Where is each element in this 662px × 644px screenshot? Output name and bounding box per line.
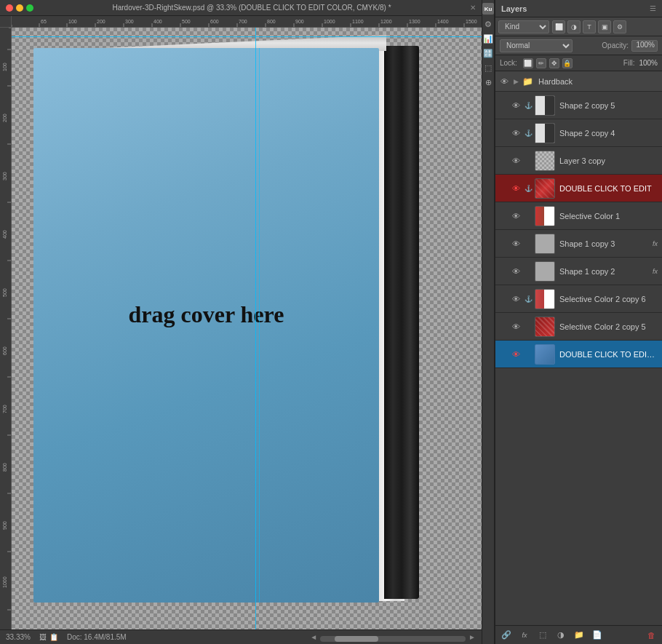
layer-name-shape2copy5: Shape 2 copy 5 <box>559 101 659 110</box>
fx-badge-shape1copy3: fx <box>653 240 658 247</box>
new-layer-btn[interactable]: 📄 <box>589 629 605 642</box>
scroll-right-btn[interactable]: ► <box>468 633 476 642</box>
layer-thumb-shape2copy4 <box>535 123 555 143</box>
layer-row[interactable]: 👁 ⚓ Layer 3 copy <box>495 147 662 175</box>
add-style-btn[interactable]: fx <box>517 629 533 642</box>
delete-layer-btn[interactable]: 🗑 <box>643 629 659 642</box>
layer-thumb-dblclick1 <box>535 178 555 199</box>
layer-link-shape2copy5: ⚓ <box>524 100 533 111</box>
fill-label: Fill: <box>623 59 635 67</box>
side-icon-4[interactable]: ⬚ <box>483 63 493 73</box>
lock-fill-row: Lock: ⬜ ✏ ✥ 🔒 Fill: 100% <box>495 55 662 71</box>
close-button[interactable] <box>6 4 13 12</box>
side-icon-1[interactable]: ⚙ <box>483 19 493 29</box>
type-filter-btn[interactable]: T <box>583 20 596 33</box>
svg-text:600: 600 <box>210 19 219 24</box>
add-mask-btn[interactable]: ⬚ <box>535 629 551 642</box>
lock-transparent-btn[interactable]: ⬜ <box>523 58 533 68</box>
layer-name-shape1copy3: Shape 1 copy 3 <box>559 239 650 248</box>
layer-row[interactable]: 👁 ⚓ Selective Color 2 copy 5 <box>495 313 662 341</box>
kind-select[interactable]: Kind <box>498 20 549 33</box>
lock-all-btn[interactable]: 🔒 <box>562 58 573 68</box>
maximize-button[interactable] <box>26 4 33 12</box>
svg-text:65: 65 <box>41 19 47 24</box>
panel-title: Layers <box>501 4 527 13</box>
layer-eye-shape2copy4[interactable]: 👁 <box>510 127 522 139</box>
canvas-viewport[interactable]: drag cover here <box>12 28 482 629</box>
layer-row[interactable]: 👁 ⚓ Selective Color 2 copy 6 <box>495 285 662 313</box>
svg-text:1500: 1500 <box>466 19 477 24</box>
layer-row[interactable]: 👁 ⚓ Shape 2 copy 4 <box>495 119 662 147</box>
smart-filter-btn[interactable]: ⚙ <box>613 20 626 33</box>
svg-text:1200: 1200 <box>380 19 392 24</box>
canvas-area: Hardover-3D-RightSkew.psd @ 33.3% (DOUBL… <box>0 0 482 644</box>
layer-name-selcol2copy6: Selective Color 2 copy 6 <box>559 295 659 303</box>
svg-text:700: 700 <box>239 19 247 24</box>
svg-text:900: 900 <box>2 521 7 530</box>
adjustment-filter-btn[interactable]: ◑ <box>567 20 581 33</box>
kind-icons: ⬜ ◑ T ▣ ⚙ <box>552 20 626 33</box>
scrollbar-h[interactable] <box>320 636 466 642</box>
svg-text:700: 700 <box>2 405 7 413</box>
layer-eye-dblclick1[interactable]: 👁 <box>510 183 522 194</box>
side-icon-2[interactable]: 📊 <box>483 33 493 44</box>
link-layers-btn[interactable]: 🔗 <box>498 629 514 642</box>
scrollbar-thumb <box>335 636 378 642</box>
minimize-button[interactable] <box>16 4 23 12</box>
add-adjustment-btn[interactable]: ◑ <box>553 629 569 642</box>
layer-link-dblclick1: ⚓ <box>524 183 533 194</box>
side-icon-3[interactable]: 🔠 <box>483 48 493 58</box>
status-bar: 33.33% 🖼 📋 Doc: 16.4M/81.5M ◄ ► <box>0 629 482 644</box>
layer-eye-layer3copy[interactable]: 👁 <box>510 155 522 167</box>
layer-eye-selcol2copy5[interactable]: 👁 <box>510 321 522 333</box>
layer-eye-shape1copy3[interactable]: 👁 <box>510 238 522 250</box>
panel-menu-btn[interactable]: ☰ <box>650 4 656 12</box>
window-controls <box>6 4 33 12</box>
cc-icon[interactable]: Ku <box>482 3 494 15</box>
ruler-corner <box>0 16 12 28</box>
svg-text:1300: 1300 <box>409 19 420 24</box>
svg-text:100: 100 <box>2 63 7 71</box>
layers-list[interactable]: 👁 ▶ 📁 Hardback 👁 ⚓ Shape 2 copy 5 👁 ⚓ Sh… <box>495 71 662 625</box>
shape-filter-btn[interactable]: ▣ <box>598 20 611 33</box>
document-title: Hardover-3D-RightSkew.psd @ 33.3% (DOUBL… <box>39 4 464 12</box>
pixel-filter-btn[interactable]: ⬜ <box>552 20 565 33</box>
group-arrow-icon: ▶ <box>514 78 519 85</box>
layer-eye-selcol2copy6[interactable]: 👁 <box>510 293 522 305</box>
layer-thumb-selcol2copy6 <box>535 289 555 309</box>
layer-name-dblclick1: DOUBLE CLICK TO EDIT <box>559 184 659 193</box>
layer-thumb-shape1copy3 <box>535 234 555 254</box>
layer-row-dblclick1[interactable]: 👁 ⚓ DOUBLE CLICK TO EDIT <box>495 175 662 202</box>
layer-row[interactable]: 👁 ⚓ Selective Color 1 <box>495 202 662 230</box>
svg-text:1000: 1000 <box>324 19 335 24</box>
layer-row[interactable]: 👁 ⚓ Shape 1 copy 2 fx <box>495 258 662 285</box>
fx-badge-shape1copy2: fx <box>653 268 658 275</box>
layer-thumb-selcol2copy5 <box>535 317 555 337</box>
group-eye-icon[interactable]: 👁 <box>498 76 510 87</box>
svg-text:1100: 1100 <box>352 19 364 24</box>
svg-text:500: 500 <box>2 288 7 297</box>
layer-group-header[interactable]: 👁 ▶ 📁 Hardback <box>495 71 662 92</box>
layer-name-dblclick2: DOUBLE CLICK TO EDIT COL... <box>559 350 659 359</box>
new-group-btn[interactable]: 📁 <box>571 629 587 642</box>
fill-value: 100% <box>639 59 658 67</box>
layer-row[interactable]: 👁 ⚓ Shape 2 copy 5 <box>495 92 662 119</box>
lock-paint-btn[interactable]: ✏ <box>536 58 546 68</box>
lock-position-btn[interactable]: ✥ <box>549 58 559 68</box>
layer-eye-dblclick2[interactable]: 👁 <box>510 349 522 360</box>
layer-eye-shape1copy2[interactable]: 👁 <box>510 266 522 277</box>
book-spine <box>384 46 419 599</box>
layer-row[interactable]: 👁 ⚓ Shape 1 copy 3 fx <box>495 230 662 258</box>
svg-text:100: 100 <box>68 19 77 24</box>
layer-thumb-layer3copy <box>535 151 555 171</box>
blend-mode-select[interactable]: Normal <box>500 39 573 52</box>
layer-row-dblclick2[interactable]: 👁 ⚓ DOUBLE CLICK TO EDIT COL... <box>495 341 662 368</box>
layer-eye-shape2copy5[interactable]: 👁 <box>510 100 522 111</box>
scroll-left-btn[interactable]: ◄ <box>310 633 317 642</box>
ruler-horizontal: 65 100 200 300 400 500 600 700 800 900 <box>12 16 482 28</box>
layer-eye-selcol1[interactable]: 👁 <box>510 210 522 222</box>
opacity-value[interactable]: 100% <box>631 40 658 52</box>
layer-link-selcol2copy6: ⚓ <box>524 293 533 305</box>
side-icon-5[interactable]: ⊕ <box>483 77 493 87</box>
svg-text:300: 300 <box>2 172 7 180</box>
